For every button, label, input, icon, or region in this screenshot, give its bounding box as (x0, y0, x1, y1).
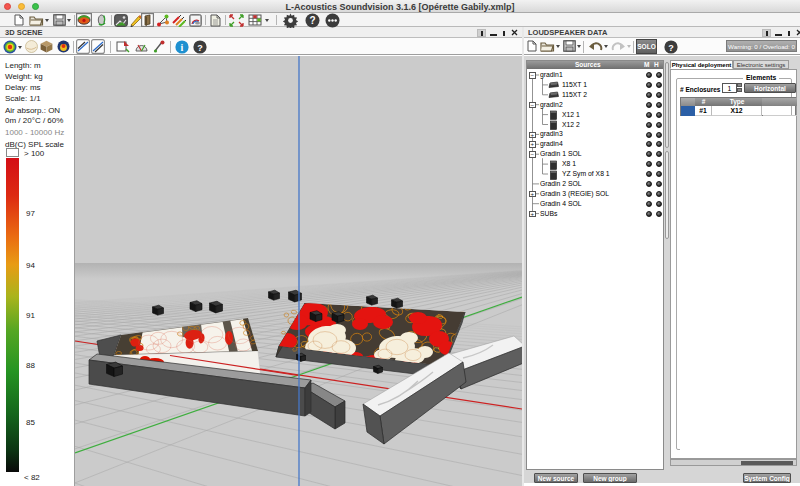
svg-text:?: ? (197, 43, 203, 53)
svg-text:?: ? (309, 15, 315, 26)
svg-text:?: ? (668, 43, 674, 53)
svg-text:i: i (181, 42, 184, 53)
